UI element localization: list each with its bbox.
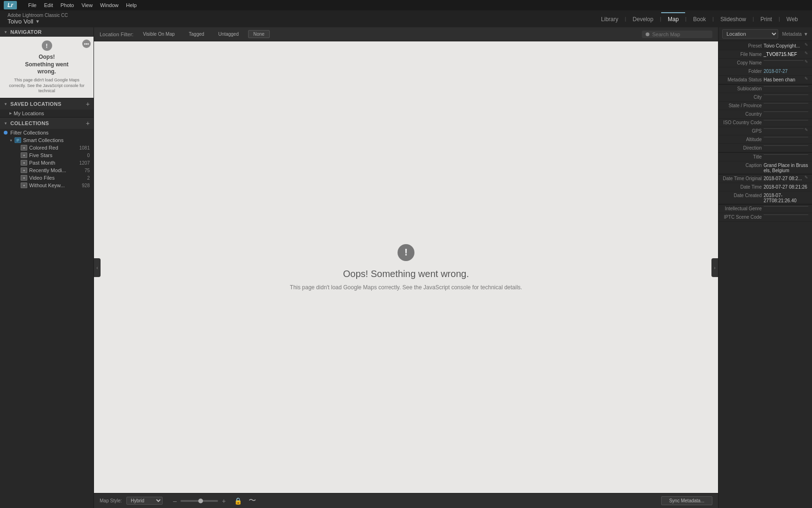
collections-header[interactable]: ▼ Collections + <box>0 118 94 129</box>
sync-metadata-button[interactable]: Sync Metadata... <box>661 496 712 505</box>
left-panel-collapse-arrow[interactable]: ‹ <box>94 258 101 277</box>
gps-edit-icon[interactable]: ✎ <box>804 127 808 132</box>
filter-visible-on-map-button[interactable]: Visible On Map <box>138 31 180 38</box>
user-dropdown-icon[interactable]: ▼ <box>35 19 40 24</box>
video-files-count: 2 <box>87 175 90 181</box>
zoom-in-button[interactable]: + <box>220 497 227 505</box>
location-select[interactable]: Location Metadata <box>722 29 778 39</box>
collection-past-month[interactable]: ≡ Past Month 1207 <box>0 159 94 167</box>
navigator-header[interactable]: ▼ Navigator <box>0 27 94 37</box>
map-style-select[interactable]: Hybrid Road Map Satellite Terrain <box>126 497 163 505</box>
filter-untagged-button[interactable]: Untagged <box>214 31 243 38</box>
search-map-input[interactable] <box>652 32 709 37</box>
meta-row-metadata-status: Metadata Status Has been chan ✎ <box>718 76 812 84</box>
menu-photo[interactable]: Photo <box>61 2 74 8</box>
meta-value-datetime-original[interactable]: 2018-07-27 08:2... <box>764 175 804 181</box>
meta-label-state: State / Province <box>722 102 764 108</box>
menu-window[interactable]: Window <box>100 2 118 8</box>
app-title-area: Adobe Lightroom Classic CC Toivo Voll ▼ <box>8 13 68 25</box>
meta-value-caption[interactable]: Grand Place in Brussels, Belgium <box>764 162 808 173</box>
my-locations-item[interactable]: ▶ My Locations <box>0 110 94 117</box>
map-bottom-bar: Map Style: Hybrid Road Map Satellite Ter… <box>94 493 718 508</box>
tab-web[interactable]: Web <box>780 12 804 25</box>
meta-value-country[interactable] <box>764 111 808 112</box>
tab-map[interactable]: Map <box>661 12 685 25</box>
menu-bar: Lr File Edit Photo View Window Help <box>0 0 812 10</box>
zoom-out-button[interactable]: – <box>171 497 179 505</box>
navigator-options-icon[interactable]: ••• <box>82 40 91 48</box>
meta-row-copyname: Copy Name ✎ <box>718 59 812 67</box>
meta-label-direction: Direction <box>722 144 764 151</box>
meta-value-intellectual-genre[interactable] <box>764 205 808 206</box>
meta-value-date-created[interactable]: 2018-07-27T08:21:26.40 <box>764 192 808 203</box>
map-area: ! Oops! Something went wrong. This page … <box>94 41 718 493</box>
filter-collections-dot <box>4 131 8 135</box>
copyname-edit-icon[interactable]: ✎ <box>804 59 808 64</box>
tab-print[interactable]: Print <box>754 12 779 25</box>
meta-value-gps[interactable] <box>764 127 804 129</box>
preset-value[interactable]: Toivo Copyright... <box>764 42 804 48</box>
tab-library[interactable]: Library <box>594 12 625 25</box>
collection-five-stars[interactable]: ≡ Five Stars 0 <box>0 151 94 159</box>
tab-develop[interactable]: Develop <box>626 12 660 25</box>
preset-edit-icon[interactable]: ✎ <box>804 42 808 47</box>
past-month-icon: ≡ <box>21 160 27 166</box>
zoom-thumb <box>198 499 203 503</box>
filter-collections-item[interactable]: Filter Collections <box>0 129 94 136</box>
tab-slideshow[interactable]: Slideshow <box>714 12 753 25</box>
meta-value-datetime[interactable]: 2018-07-27 08:21:26 <box>764 183 808 190</box>
my-locations-triangle: ▶ <box>9 111 12 115</box>
preset-label: Preset <box>722 42 764 48</box>
menu-edit[interactable]: Edit <box>44 2 53 8</box>
filter-label: Location Filter: <box>100 32 133 37</box>
meta-value-copyname[interactable] <box>764 59 804 61</box>
meta-value-state[interactable] <box>764 102 808 103</box>
meta-label-intellectual-genre: Intellectual Genre <box>722 205 764 211</box>
tab-book[interactable]: Book <box>687 12 712 25</box>
saved-locations-header[interactable]: ▼ Saved Locations + <box>0 98 94 110</box>
meta-value-filename[interactable]: _TVO8715.NEF <box>764 51 804 57</box>
metadata-status-edit-icon[interactable]: ✎ <box>804 76 808 81</box>
meta-row-intellectual-genre: Intellectual Genre <box>718 205 812 213</box>
collections-add-button[interactable]: + <box>86 119 90 127</box>
menu-file[interactable]: File <box>28 2 37 8</box>
smart-collections-parent[interactable]: ▼ Smart Collections <box>0 136 94 144</box>
saved-locations-triangle: ▼ <box>4 102 8 106</box>
meta-label-country: Country <box>722 111 764 117</box>
collection-recently-modi[interactable]: ≡ Recently Modi... 75 <box>0 167 94 174</box>
datetime-original-edit-icon[interactable]: ✎ <box>804 175 808 180</box>
metadata-tab[interactable]: Metadata <box>782 32 802 37</box>
saved-locations-add-button[interactable]: + <box>86 100 90 108</box>
smart-collections-triangle: ▼ <box>9 139 13 142</box>
metadata-dropdown-icon[interactable]: ▼ <box>804 32 808 37</box>
collection-without-keyw[interactable]: ≡ Without Keyw... 928 <box>0 182 94 189</box>
lock-icon[interactable]: 🔒 <box>234 497 242 505</box>
meta-value-sublocation[interactable] <box>764 85 808 87</box>
meta-value-iptc-scene[interactable] <box>764 214 808 215</box>
meta-value-iso[interactable] <box>764 119 808 120</box>
trail-icon[interactable]: 〜 <box>249 496 256 506</box>
user-name: Toivo Voll <box>8 18 33 25</box>
meta-value-direction[interactable] <box>764 144 808 146</box>
meta-row-iptc-scene: IPTC Scene Code <box>718 213 812 222</box>
collection-colored-red[interactable]: ≡ Colored Red 1081 <box>0 144 94 151</box>
colored-red-icon: ≡ <box>21 145 27 151</box>
right-panel: Location Metadata Metadata ▼ Preset Toiv… <box>718 27 812 508</box>
meta-value-folder[interactable]: 2018-07-27 <box>764 68 808 74</box>
zoom-slider[interactable] <box>180 500 218 502</box>
meta-value-city[interactable] <box>764 94 808 95</box>
menu-help[interactable]: Help <box>126 2 137 8</box>
filter-tagged-button[interactable]: Tagged <box>184 31 209 38</box>
collections-section: ▼ Collections + Filter Collections ▼ <box>0 118 94 189</box>
lr-logo-box: Lr <box>4 1 17 9</box>
filter-none-button[interactable]: None <box>248 30 270 38</box>
right-panel-collapse-arrow[interactable]: › <box>711 258 718 277</box>
meta-label-city: City <box>722 94 764 100</box>
meta-value-title[interactable] <box>764 153 808 155</box>
collections-title: Collections <box>10 120 86 126</box>
menu-view[interactable]: View <box>81 2 93 8</box>
filename-edit-icon[interactable]: ✎ <box>804 51 808 56</box>
recently-modi-icon: ≡ <box>21 167 27 173</box>
meta-value-altitude[interactable] <box>764 136 808 137</box>
collection-video-files[interactable]: ≡ Video Files 2 <box>0 174 94 182</box>
